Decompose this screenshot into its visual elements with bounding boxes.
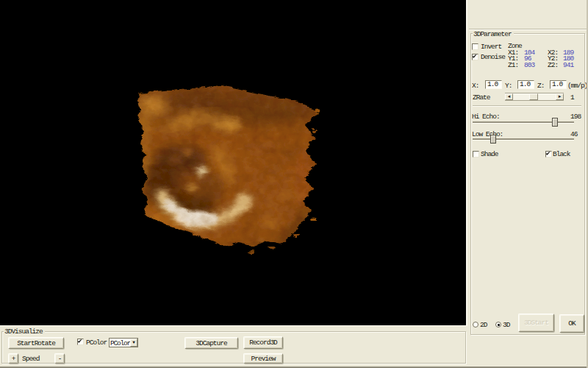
scale-unit-label: (mm/p) [567,82,587,90]
3dstart-button[interactable]: 3DStart [518,314,554,332]
start-rotate-button[interactable]: StartRotate [8,337,64,349]
speed-minus-button[interactable]: - [54,353,65,364]
parameter-panel: 3DParameter Invert ✔ Denoise Zone X1: 10… [466,0,588,368]
hi-echo-slider[interactable] [473,121,574,123]
zone-z1-value: 803 [524,61,534,69]
radio-dot-icon [498,324,500,326]
parameter-group-title: 3DParameter [473,30,514,38]
low-echo-slider[interactable] [473,138,574,140]
denoise-checkbox[interactable]: ✔ [472,54,478,60]
black-checkbox[interactable]: ✔ [545,151,552,158]
zrate-scroll-thumb[interactable] [529,93,538,100]
scale-x-label: X: [472,82,478,90]
check-icon: ✔ [473,52,477,60]
pcolor-label: PColor [86,339,107,347]
radio-2d-label: 2D [480,321,487,329]
hi-echo-label: Hi Echo: [472,113,500,121]
record-button[interactable]: Record3D [243,336,283,349]
mid-separator [473,105,581,107]
hi-echo-slider-thumb[interactable] [552,118,558,127]
ok-button[interactable]: OK [559,314,584,333]
zone-z2-label: Z2: [548,61,558,69]
speed-label: Speed [22,355,40,363]
capture-button[interactable]: 3DCapture [184,337,238,349]
scale-y-label: Y: [505,82,512,90]
invert-checkbox[interactable] [472,43,478,50]
check-icon: ✔ [78,337,82,345]
low-echo-slider-thumb[interactable] [490,135,496,144]
black-label: Black [553,150,570,158]
shade-label: Shade [481,150,498,158]
radio-3d-label: 3D [503,321,509,329]
pcolor-dropdown-value: PColor [110,339,130,347]
zrate-value: 1 [570,93,574,102]
scale-z-label: Z: [537,82,544,90]
scroll-right-icon[interactable]: ► [556,93,564,100]
visualize-toolbar: 3DVisualize StartRotate + Speed - ✔ PCol… [0,325,467,368]
invert-label: Invert [481,43,501,51]
low-echo-value: 46 [570,130,577,138]
preview-button[interactable]: Preview [243,353,283,364]
zrate-scrollbar[interactable]: ◄ ► [505,93,564,101]
speed-plus-button[interactable]: + [8,353,18,364]
zrate-label: ZRate [473,93,490,102]
zone-z2-value: 941 [563,61,573,69]
pcolor-checkbox[interactable]: ✔ [77,339,84,345]
low-echo-label: Low Echo: [472,130,503,138]
visualize-group-title: 3DVisualize [4,328,45,336]
zone-z1-label: Z1: [508,61,518,69]
hi-echo-value: 198 [570,113,581,121]
denoise-label: Denoise [481,53,505,61]
shade-checkbox[interactable] [473,151,479,158]
render-viewport[interactable] [0,0,467,325]
dropdown-arrow-icon[interactable]: ▼ [130,339,137,347]
scale-y-input[interactable]: 1.0 [517,80,534,89]
scroll-left-icon[interactable]: ◄ [505,93,513,100]
check-icon: ✔ [546,149,551,158]
parameter-groupbox [470,33,585,335]
scale-z-input[interactable]: 1.0 [550,80,567,89]
pcolor-dropdown[interactable]: PColor ▼ [109,338,138,347]
scale-x-input[interactable]: 1.0 [485,80,502,89]
radio-3d[interactable] [495,322,501,328]
ultrasound-volume-image [0,0,467,325]
radio-2d[interactable] [473,322,478,328]
